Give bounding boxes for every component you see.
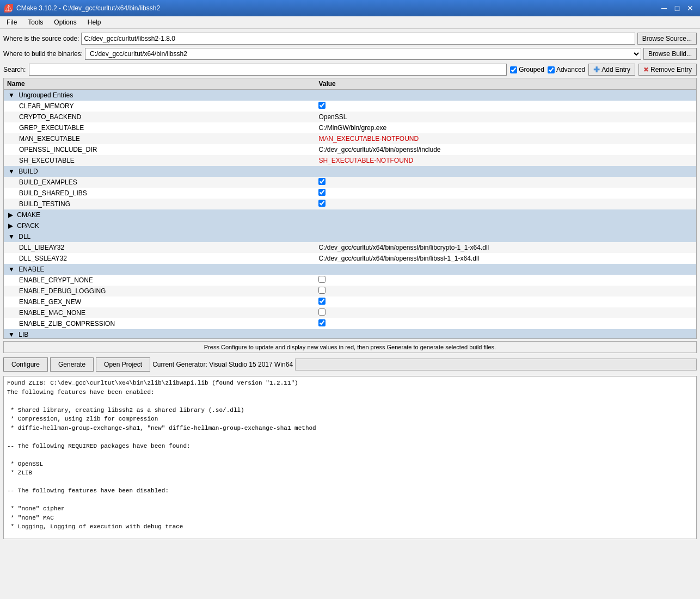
- entry-name: SH_EXECUTABLE: [4, 155, 315, 166]
- generate-button[interactable]: Generate: [50, 357, 94, 372]
- table-row[interactable]: BUILD_EXAMPLES: [4, 177, 696, 188]
- group-header: ▼ Ungrouped Entries: [4, 90, 696, 101]
- entry-value[interactable]: [315, 275, 696, 286]
- generator-input: [295, 359, 697, 370]
- entry-value[interactable]: [315, 286, 696, 297]
- entry-checkbox[interactable]: [318, 319, 326, 326]
- minimize-button[interactable]: ─: [659, 3, 670, 14]
- table-row[interactable]: ENABLE_DEBUG_LOGGING: [4, 286, 696, 297]
- entry-value: C:/dev_gcc/curltut/x64/bin/openssl/bin/l…: [315, 242, 696, 253]
- cmake-icon: [4, 4, 13, 13]
- entry-checkbox[interactable]: [318, 276, 326, 283]
- entry-name: ENABLE_CRYPT_NONE: [4, 275, 315, 286]
- entry-value: C:/dev_gcc/curltut/x64/bin/openssl/inclu…: [315, 144, 696, 155]
- source-row: Where is the source code: Browse Source.…: [3, 32, 697, 45]
- menu-file[interactable]: File: [2, 17, 21, 27]
- add-entry-label: Add Entry: [601, 66, 630, 73]
- menu-bar: File Tools Options Help: [0, 16, 700, 29]
- open-project-button[interactable]: Open Project: [96, 357, 150, 372]
- entry-name: ENABLE_MAC_NONE: [4, 307, 315, 318]
- table-row[interactable]: GREP_EXECUTABLEC:/MinGW/bin/grep.exe: [4, 122, 696, 133]
- entry-value[interactable]: [315, 188, 696, 199]
- browse-build-button[interactable]: Browse Build...: [643, 48, 697, 60]
- table-row[interactable]: CRYPTO_BACKENDOpenSSL: [4, 112, 696, 122]
- table-row[interactable]: DLL_LIBEAY32C:/dev_gcc/curltut/x64/bin/o…: [4, 242, 696, 253]
- grouped-label: Grouped: [519, 66, 544, 73]
- table-row[interactable]: ENABLE_GEX_NEW: [4, 297, 696, 307]
- advanced-label: Advanced: [556, 66, 585, 73]
- table-row[interactable]: ENABLE_ZLIB_COMPRESSION: [4, 318, 696, 329]
- main-container: Where is the source code: Browse Source.…: [0, 29, 700, 542]
- group-toggle[interactable]: ▼: [8, 265, 16, 273]
- grouped-checkbox[interactable]: [510, 66, 517, 73]
- log-text: Found ZLIB: C:\dev_gcc\curltut\x64\bin\z…: [7, 379, 693, 539]
- entry-checkbox[interactable]: [318, 102, 326, 109]
- entry-name: CRYPTO_BACKEND: [4, 112, 315, 122]
- configure-button[interactable]: Configure: [3, 357, 48, 372]
- table-row[interactable]: BUILD_TESTING: [4, 199, 696, 209]
- browse-source-button[interactable]: Browse Source...: [637, 33, 697, 45]
- group-toggle[interactable]: ▼: [8, 168, 16, 175]
- entry-checkbox[interactable]: [318, 178, 326, 185]
- group-toggle[interactable]: ▼: [8, 91, 16, 99]
- entry-name: OPENSSL_INCLUDE_DIR: [4, 144, 315, 155]
- grouped-checkbox-label[interactable]: Grouped: [510, 66, 544, 73]
- entry-value[interactable]: [315, 307, 696, 318]
- entry-value[interactable]: [315, 101, 696, 112]
- entry-checkbox[interactable]: [318, 298, 326, 305]
- group-toggle[interactable]: ▶: [8, 211, 15, 219]
- entry-name: ENABLE_DEBUG_LOGGING: [4, 286, 315, 297]
- log-area[interactable]: Found ZLIB: C:\dev_gcc\curltut\x64\bin\z…: [3, 376, 697, 539]
- entry-name: DLL_LIBEAY32: [4, 242, 315, 253]
- entry-value[interactable]: [315, 297, 696, 307]
- table-row[interactable]: CLEAR_MEMORY: [4, 101, 696, 112]
- col-name: Name: [4, 78, 315, 90]
- close-button[interactable]: ✕: [685, 3, 696, 14]
- table-row[interactable]: BUILD_SHARED_LIBS: [4, 188, 696, 199]
- col-value: Value: [315, 78, 696, 90]
- search-label: Search:: [3, 66, 26, 73]
- menu-options[interactable]: Options: [50, 17, 81, 27]
- group-toggle[interactable]: ▼: [8, 233, 16, 240]
- add-entry-button[interactable]: ✚ Add Entry: [588, 64, 635, 76]
- group-toggle[interactable]: ▼: [8, 331, 16, 338]
- table-row[interactable]: ENABLE_CRYPT_NONE: [4, 275, 696, 286]
- table-row[interactable]: SH_EXECUTABLESH_EXECUTABLE-NOTFOUND: [4, 155, 696, 166]
- group-header: ▼ LIB: [4, 329, 696, 339]
- menu-tools[interactable]: Tools: [23, 17, 47, 27]
- entry-value: SH_EXECUTABLE-NOTFOUND: [315, 155, 696, 166]
- advanced-checkbox[interactable]: [548, 66, 555, 73]
- entry-checkbox[interactable]: [318, 287, 326, 294]
- entry-value[interactable]: [315, 177, 696, 188]
- entry-checkbox[interactable]: [318, 200, 326, 207]
- advanced-checkbox-label[interactable]: Advanced: [548, 66, 585, 73]
- entry-checkbox[interactable]: [318, 189, 326, 196]
- search-input[interactable]: [29, 64, 507, 76]
- table-row[interactable]: OPENSSL_INCLUDE_DIRC:/dev_gcc/curltut/x6…: [4, 144, 696, 155]
- search-row: Search: Grouped Advanced ✚ Add Entry ✖ R…: [3, 64, 697, 76]
- entry-checkbox[interactable]: [318, 308, 326, 316]
- source-input[interactable]: [81, 33, 635, 45]
- menu-help[interactable]: Help: [83, 17, 106, 27]
- group-label: Ungrouped Entries: [19, 91, 73, 99]
- group-label: CPACK: [17, 222, 39, 230]
- entry-name: BUILD_TESTING: [4, 199, 315, 209]
- entry-value[interactable]: [315, 318, 696, 329]
- status-text: Press Configure to update and display ne…: [204, 344, 496, 350]
- entry-value[interactable]: [315, 199, 696, 209]
- group-label: CMAKE: [17, 211, 40, 219]
- binary-select[interactable]: C:/dev_gcc/curltut/x64/bin/libssh2: [85, 48, 641, 60]
- add-icon: ✚: [593, 65, 600, 74]
- entry-name: DLL_SSLEAY32: [4, 253, 315, 264]
- table-row[interactable]: ENABLE_MAC_NONE: [4, 307, 696, 318]
- entry-name: BUILD_EXAMPLES: [4, 177, 315, 188]
- group-label: LIB: [19, 331, 28, 338]
- maximize-button[interactable]: □: [672, 3, 683, 14]
- table-row[interactable]: MAN_EXECUTABLEMAN_EXECUTABLE-NOTFOUND: [4, 133, 696, 144]
- group-header: ▼ BUILD: [4, 166, 696, 177]
- remove-entry-button[interactable]: ✖ Remove Entry: [638, 64, 697, 76]
- table-row[interactable]: DLL_SSLEAY32C:/dev_gcc/curltut/x64/bin/o…: [4, 253, 696, 264]
- source-label: Where is the source code:: [3, 35, 79, 42]
- group-toggle[interactable]: ▶: [8, 222, 15, 230]
- table-body: ▼ Ungrouped EntriesCLEAR_MEMORYCRYPTO_BA…: [4, 90, 696, 339]
